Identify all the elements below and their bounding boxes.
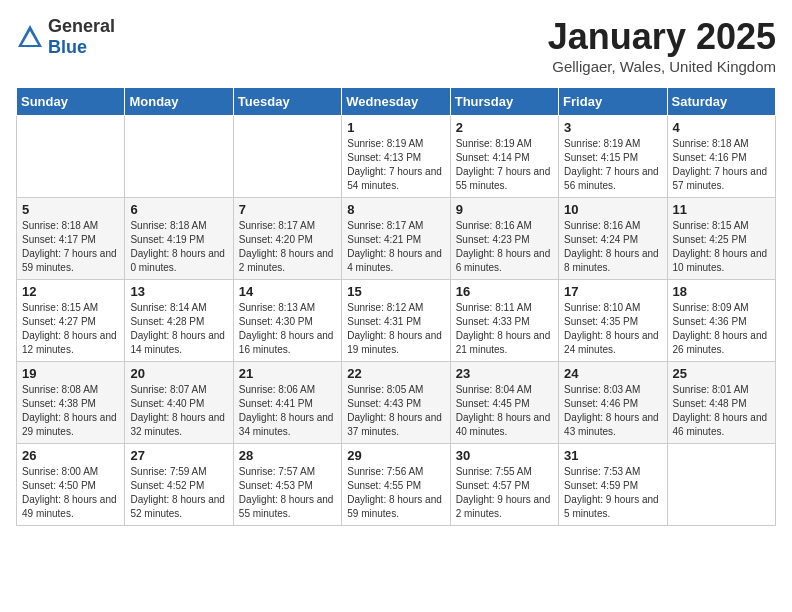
calendar-cell: 3Sunrise: 8:19 AM Sunset: 4:15 PM Daylig… [559, 116, 667, 198]
calendar-week-row: 1Sunrise: 8:19 AM Sunset: 4:13 PM Daylig… [17, 116, 776, 198]
day-number: 30 [456, 448, 553, 463]
day-info: Sunrise: 7:53 AM Sunset: 4:59 PM Dayligh… [564, 465, 661, 521]
day-number: 17 [564, 284, 661, 299]
month-title: January 2025 [548, 16, 776, 58]
day-number: 28 [239, 448, 336, 463]
calendar-cell: 24Sunrise: 8:03 AM Sunset: 4:46 PM Dayli… [559, 362, 667, 444]
day-number: 19 [22, 366, 119, 381]
day-info: Sunrise: 8:11 AM Sunset: 4:33 PM Dayligh… [456, 301, 553, 357]
calendar-cell: 28Sunrise: 7:57 AM Sunset: 4:53 PM Dayli… [233, 444, 341, 526]
day-info: Sunrise: 7:55 AM Sunset: 4:57 PM Dayligh… [456, 465, 553, 521]
calendar-cell: 29Sunrise: 7:56 AM Sunset: 4:55 PM Dayli… [342, 444, 450, 526]
weekday-header-thursday: Thursday [450, 88, 558, 116]
calendar-cell: 20Sunrise: 8:07 AM Sunset: 4:40 PM Dayli… [125, 362, 233, 444]
day-info: Sunrise: 8:12 AM Sunset: 4:31 PM Dayligh… [347, 301, 444, 357]
calendar-cell [125, 116, 233, 198]
day-number: 25 [673, 366, 770, 381]
day-info: Sunrise: 8:05 AM Sunset: 4:43 PM Dayligh… [347, 383, 444, 439]
logo-icon [16, 23, 44, 51]
calendar-cell: 7Sunrise: 8:17 AM Sunset: 4:20 PM Daylig… [233, 198, 341, 280]
calendar-cell: 14Sunrise: 8:13 AM Sunset: 4:30 PM Dayli… [233, 280, 341, 362]
day-number: 5 [22, 202, 119, 217]
day-number: 18 [673, 284, 770, 299]
day-number: 8 [347, 202, 444, 217]
calendar-table: SundayMondayTuesdayWednesdayThursdayFrid… [16, 87, 776, 526]
day-info: Sunrise: 7:56 AM Sunset: 4:55 PM Dayligh… [347, 465, 444, 521]
day-number: 9 [456, 202, 553, 217]
calendar-cell: 8Sunrise: 8:17 AM Sunset: 4:21 PM Daylig… [342, 198, 450, 280]
calendar-cell: 5Sunrise: 8:18 AM Sunset: 4:17 PM Daylig… [17, 198, 125, 280]
calendar-cell: 19Sunrise: 8:08 AM Sunset: 4:38 PM Dayli… [17, 362, 125, 444]
day-number: 31 [564, 448, 661, 463]
day-info: Sunrise: 8:18 AM Sunset: 4:17 PM Dayligh… [22, 219, 119, 275]
calendar-week-row: 12Sunrise: 8:15 AM Sunset: 4:27 PM Dayli… [17, 280, 776, 362]
calendar-cell: 23Sunrise: 8:04 AM Sunset: 4:45 PM Dayli… [450, 362, 558, 444]
day-info: Sunrise: 8:03 AM Sunset: 4:46 PM Dayligh… [564, 383, 661, 439]
day-info: Sunrise: 8:07 AM Sunset: 4:40 PM Dayligh… [130, 383, 227, 439]
day-number: 7 [239, 202, 336, 217]
day-info: Sunrise: 8:16 AM Sunset: 4:24 PM Dayligh… [564, 219, 661, 275]
logo-general: General [48, 16, 115, 36]
calendar-cell: 22Sunrise: 8:05 AM Sunset: 4:43 PM Dayli… [342, 362, 450, 444]
day-number: 22 [347, 366, 444, 381]
day-info: Sunrise: 8:19 AM Sunset: 4:15 PM Dayligh… [564, 137, 661, 193]
weekday-header-wednesday: Wednesday [342, 88, 450, 116]
day-number: 12 [22, 284, 119, 299]
day-info: Sunrise: 8:14 AM Sunset: 4:28 PM Dayligh… [130, 301, 227, 357]
day-info: Sunrise: 8:18 AM Sunset: 4:16 PM Dayligh… [673, 137, 770, 193]
calendar-cell: 30Sunrise: 7:55 AM Sunset: 4:57 PM Dayli… [450, 444, 558, 526]
day-info: Sunrise: 8:06 AM Sunset: 4:41 PM Dayligh… [239, 383, 336, 439]
day-info: Sunrise: 8:17 AM Sunset: 4:20 PM Dayligh… [239, 219, 336, 275]
calendar-week-row: 5Sunrise: 8:18 AM Sunset: 4:17 PM Daylig… [17, 198, 776, 280]
day-number: 1 [347, 120, 444, 135]
calendar-cell: 4Sunrise: 8:18 AM Sunset: 4:16 PM Daylig… [667, 116, 775, 198]
day-info: Sunrise: 8:19 AM Sunset: 4:13 PM Dayligh… [347, 137, 444, 193]
day-number: 4 [673, 120, 770, 135]
day-number: 6 [130, 202, 227, 217]
day-number: 21 [239, 366, 336, 381]
day-info: Sunrise: 7:57 AM Sunset: 4:53 PM Dayligh… [239, 465, 336, 521]
weekday-header-friday: Friday [559, 88, 667, 116]
day-info: Sunrise: 8:00 AM Sunset: 4:50 PM Dayligh… [22, 465, 119, 521]
calendar-cell: 17Sunrise: 8:10 AM Sunset: 4:35 PM Dayli… [559, 280, 667, 362]
weekday-header-sunday: Sunday [17, 88, 125, 116]
calendar-cell: 10Sunrise: 8:16 AM Sunset: 4:24 PM Dayli… [559, 198, 667, 280]
day-number: 20 [130, 366, 227, 381]
weekday-header-tuesday: Tuesday [233, 88, 341, 116]
day-number: 13 [130, 284, 227, 299]
calendar-cell: 27Sunrise: 7:59 AM Sunset: 4:52 PM Dayli… [125, 444, 233, 526]
day-number: 11 [673, 202, 770, 217]
day-number: 16 [456, 284, 553, 299]
calendar-cell: 11Sunrise: 8:15 AM Sunset: 4:25 PM Dayli… [667, 198, 775, 280]
calendar-cell: 21Sunrise: 8:06 AM Sunset: 4:41 PM Dayli… [233, 362, 341, 444]
calendar-cell: 31Sunrise: 7:53 AM Sunset: 4:59 PM Dayli… [559, 444, 667, 526]
calendar-cell: 1Sunrise: 8:19 AM Sunset: 4:13 PM Daylig… [342, 116, 450, 198]
weekday-header-saturday: Saturday [667, 88, 775, 116]
calendar-cell: 9Sunrise: 8:16 AM Sunset: 4:23 PM Daylig… [450, 198, 558, 280]
weekday-header-monday: Monday [125, 88, 233, 116]
header-area: General Blue January 2025 Gelligaer, Wal… [16, 16, 776, 75]
calendar-cell [233, 116, 341, 198]
calendar-week-row: 26Sunrise: 8:00 AM Sunset: 4:50 PM Dayli… [17, 444, 776, 526]
calendar-cell: 12Sunrise: 8:15 AM Sunset: 4:27 PM Dayli… [17, 280, 125, 362]
day-number: 15 [347, 284, 444, 299]
day-number: 26 [22, 448, 119, 463]
day-info: Sunrise: 8:18 AM Sunset: 4:19 PM Dayligh… [130, 219, 227, 275]
day-number: 23 [456, 366, 553, 381]
calendar-cell [17, 116, 125, 198]
day-info: Sunrise: 8:17 AM Sunset: 4:21 PM Dayligh… [347, 219, 444, 275]
day-info: Sunrise: 8:15 AM Sunset: 4:27 PM Dayligh… [22, 301, 119, 357]
day-info: Sunrise: 8:04 AM Sunset: 4:45 PM Dayligh… [456, 383, 553, 439]
logo-blue: Blue [48, 37, 87, 57]
calendar-cell: 26Sunrise: 8:00 AM Sunset: 4:50 PM Dayli… [17, 444, 125, 526]
calendar-cell: 13Sunrise: 8:14 AM Sunset: 4:28 PM Dayli… [125, 280, 233, 362]
weekday-header-row: SundayMondayTuesdayWednesdayThursdayFrid… [17, 88, 776, 116]
day-info: Sunrise: 8:15 AM Sunset: 4:25 PM Dayligh… [673, 219, 770, 275]
calendar-cell: 15Sunrise: 8:12 AM Sunset: 4:31 PM Dayli… [342, 280, 450, 362]
day-info: Sunrise: 8:09 AM Sunset: 4:36 PM Dayligh… [673, 301, 770, 357]
title-area: January 2025 Gelligaer, Wales, United Ki… [548, 16, 776, 75]
calendar-cell: 6Sunrise: 8:18 AM Sunset: 4:19 PM Daylig… [125, 198, 233, 280]
day-number: 29 [347, 448, 444, 463]
day-number: 2 [456, 120, 553, 135]
day-info: Sunrise: 7:59 AM Sunset: 4:52 PM Dayligh… [130, 465, 227, 521]
